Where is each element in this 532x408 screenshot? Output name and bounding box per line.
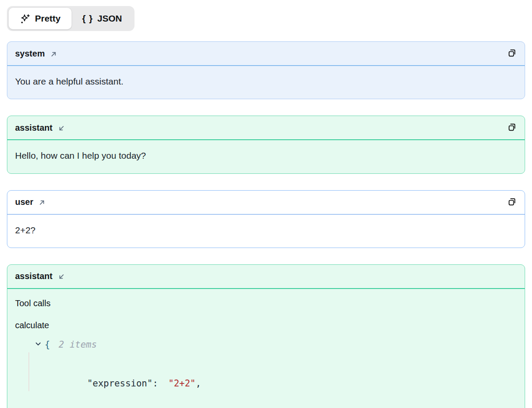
pretty-view-button[interactable]: Pretty bbox=[9, 8, 72, 29]
pretty-view-label: Pretty bbox=[35, 13, 61, 24]
message-header: system bbox=[7, 42, 525, 66]
arrow-down-left-icon bbox=[57, 124, 66, 132]
collapse-toggle-button[interactable] bbox=[16, 334, 41, 355]
message-body: Tool calls calculate { 2 items "expressi… bbox=[7, 289, 525, 408]
open-brace: { bbox=[44, 335, 50, 354]
copy-icon bbox=[507, 122, 517, 133]
view-mode-toggle: Pretty { } JSON bbox=[7, 6, 135, 31]
copy-icon bbox=[507, 197, 517, 208]
role-label: assistant bbox=[15, 271, 53, 281]
role-label: assistant bbox=[15, 123, 53, 133]
arrow-up-right-icon bbox=[38, 198, 46, 207]
items-count-label: 2 items bbox=[59, 335, 97, 354]
tool-calls-section-label: Tool calls bbox=[15, 298, 517, 309]
copy-message-button[interactable] bbox=[506, 122, 518, 134]
arrow-up-right-icon bbox=[50, 50, 58, 58]
json-view-label: JSON bbox=[97, 13, 122, 24]
json-string-value: "2+2" bbox=[169, 378, 196, 389]
message-card-assistant: assistant Hello, how can I help you toda… bbox=[7, 116, 525, 173]
message-body: Hello, how can I help you today? bbox=[7, 140, 525, 173]
role-label: system bbox=[15, 49, 45, 59]
json-view-button[interactable]: { } JSON bbox=[72, 8, 133, 29]
copy-icon bbox=[507, 48, 517, 59]
tool-arguments-json-tree: { 2 items "expression":"2+2", "result":4… bbox=[15, 334, 517, 408]
message-card-user: user 2+2? bbox=[7, 190, 525, 248]
copy-message-button[interactable] bbox=[506, 196, 518, 208]
json-key: "expression" bbox=[87, 378, 153, 389]
copy-message-button[interactable] bbox=[506, 47, 518, 60]
chevron-down-icon bbox=[16, 334, 41, 355]
message-body: 2+2? bbox=[7, 215, 525, 248]
message-card-assistant-tool-calls: assistant Tool calls calculate { 2 bbox=[7, 264, 525, 408]
tool-name-label: calculate bbox=[15, 320, 517, 331]
json-tree-root-row: { 2 items bbox=[15, 334, 517, 355]
arrow-down-left-icon bbox=[57, 273, 66, 281]
message-header: assistant bbox=[7, 265, 525, 289]
role-label: user bbox=[15, 197, 33, 207]
message-body: You are a helpful assistant. bbox=[7, 66, 525, 99]
message-header: user bbox=[7, 191, 525, 215]
message-card-system: system You are a helpful assistant. bbox=[7, 41, 525, 99]
trailing-comma: , bbox=[196, 378, 201, 389]
sparkles-icon bbox=[19, 13, 31, 25]
indent-guide-line bbox=[28, 352, 29, 391]
json-entry-expression: "expression":"2+2", bbox=[15, 355, 517, 408]
message-header: assistant bbox=[7, 116, 525, 140]
key-value-separator: : bbox=[153, 378, 158, 389]
braces-icon: { } bbox=[82, 13, 93, 24]
